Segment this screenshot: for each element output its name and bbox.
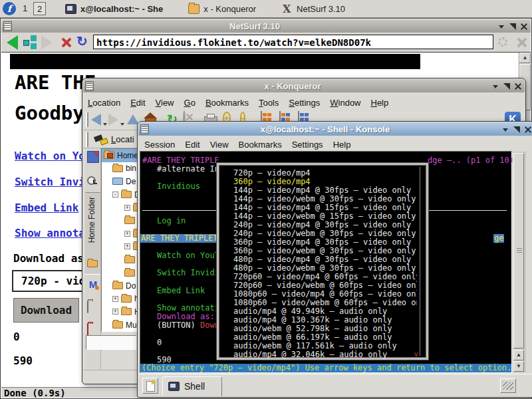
history-icon[interactable]: [23, 36, 37, 49]
workspace-button[interactable]: 1: [19, 2, 31, 15]
menu-item[interactable]: Go: [184, 98, 196, 108]
maximize-button[interactable]: [511, 124, 521, 134]
tree-expander[interactable]: [124, 231, 130, 237]
menu-item[interactable]: Help: [333, 140, 351, 150]
shade-button[interactable]: [500, 124, 510, 134]
maximize-button[interactable]: [507, 21, 517, 31]
tree-expander[interactable]: [124, 243, 130, 249]
shell-tab[interactable]: Shell: [162, 376, 222, 396]
bookmarks-tab-icon[interactable]: [87, 151, 99, 163]
menu-item[interactable]: Window: [330, 98, 360, 108]
clear-location-icon[interactable]: [94, 134, 107, 146]
menu-item[interactable]: Bookmarks: [205, 98, 249, 108]
stop-button[interactable]: [60, 37, 72, 49]
reload-button[interactable]: ↻: [76, 33, 88, 49]
menu-item[interactable]: Bookmarks: [239, 140, 282, 150]
download-button[interactable]: Download: [13, 298, 79, 323]
format-option[interactable]: 360p — video/mp4: [233, 178, 417, 186]
scrollbar-thumb[interactable]: [513, 153, 524, 348]
clear-icon[interactable]: [515, 37, 527, 49]
menu-item[interactable]: View: [210, 140, 229, 150]
back-button[interactable]: [7, 35, 18, 50]
format-option[interactable]: audio/mp4 @ 32.046k — audio only: [233, 350, 417, 359]
netsurf-titlebar[interactable]: NetSurf 3.10: [1, 19, 531, 33]
new-session-button[interactable]: [142, 378, 158, 394]
network-tab-icon[interactable]: [87, 324, 99, 336]
tree-expander[interactable]: [112, 192, 118, 198]
format-option[interactable]: 720p60 — video/mp4 @ 60fps — video only: [233, 273, 417, 281]
shade-button[interactable]: [490, 81, 500, 91]
window-menu-icon[interactable]: [140, 124, 149, 134]
taskbar-window-button[interactable]: x@localhost:~ - She: [61, 1, 172, 17]
format-option[interactable]: 720p — video/mp4: [233, 169, 417, 178]
format-option[interactable]: 480p — video/webm @ 30fps — video only: [233, 264, 417, 273]
format-option[interactable]: 144p — video/webm @ 15fps — video only: [233, 212, 417, 221]
konsole-scrollbar[interactable]: ▲ ▼: [513, 152, 526, 372]
format-option[interactable]: 144p — video/mp4 @ 15fps — video only: [233, 203, 417, 212]
menu-item[interactable]: Edit: [130, 98, 145, 108]
format-option[interactable]: 144p — video/webm @ 30fps — video only: [233, 195, 417, 203]
embed-link[interactable]: Embed Link: [15, 201, 78, 214]
shade-button[interactable]: [496, 21, 506, 31]
menu-item[interactable]: Session: [144, 140, 175, 150]
toolbar-handle[interactable]: [86, 132, 88, 147]
window-menu-icon[interactable]: [85, 81, 94, 91]
menu-item[interactable]: Settings: [292, 140, 323, 150]
forward-button[interactable]: [41, 35, 53, 50]
scroll-up-icon[interactable]: ▲: [519, 53, 531, 63]
terminal[interactable]: #ARE THEY TRIPLE dge —.. (p1 of 10) #alt…: [140, 152, 511, 372]
toolbar-handle[interactable]: [86, 112, 88, 127]
format-option[interactable]: 1080p60 — video/webm @ 60fps — video onl…: [233, 299, 417, 307]
resize-grip[interactable]: [500, 378, 516, 393]
close-button[interactable]: [523, 124, 532, 134]
menu-item[interactable]: Tools: [259, 98, 279, 108]
lynx-active-link-fragment[interactable]: ge: [493, 234, 504, 243]
scroll-up-icon[interactable]: ▲: [513, 350, 524, 360]
format-option[interactable]: audio/webm @ 66.197k — audio only: [233, 333, 417, 342]
format-option[interactable]: 240p — video/webm @ 30fps — video only: [233, 229, 417, 238]
close-button[interactable]: [519, 21, 529, 31]
tree-expander[interactable]: [112, 309, 118, 315]
format-option[interactable]: audio/webm @ 52.798k — audio only: [233, 325, 417, 333]
lynx-login-link[interactable]: Log in: [157, 217, 186, 225]
format-option[interactable]: 720p60 — video/webm @ 60fps — video only: [233, 281, 417, 290]
format-option[interactable]: 1080p60 — video/mp4 @ 60fps — video only: [233, 290, 417, 299]
format-option[interactable]: audio/webm @ 117.561k — audio only: [233, 342, 417, 350]
menu-item[interactable]: View: [156, 98, 174, 108]
lynx-brand-link[interactable]: Invidious: [157, 182, 200, 191]
format-option[interactable]: 480p — video/mp4 @ 30fps — video only: [233, 255, 417, 264]
taskbar-window-button[interactable]: NetSurf 3.10: [277, 1, 354, 17]
forward-button[interactable]: [108, 112, 124, 128]
desktop: NetSurf 3.10 ↻ https://invidious.flokine…: [0, 0, 532, 399]
tree-expander[interactable]: [124, 205, 130, 211]
window-menu-icon[interactable]: [3, 21, 12, 31]
format-option[interactable]: 360p — video/mp4 @ 30fps — video only: [233, 238, 417, 247]
format-option[interactable]: audio/mp4 @ 49.949k — audio only: [233, 307, 417, 316]
format-option[interactable]: audio/mp4 @ 130.367k — audio only: [233, 316, 417, 325]
menu-item[interactable]: Settings: [289, 98, 320, 108]
format-option[interactable]: 360p — video/webm @ 30fps — video only: [233, 247, 417, 255]
maximize-button[interactable]: [501, 81, 511, 91]
taskbar-window-button[interactable]: x - Konqueror: [184, 1, 265, 17]
menu-logo-icon[interactable]: f: [3, 2, 16, 15]
lynx-active-link[interactable]: ARE THEY TRIPLET: [140, 234, 219, 243]
lynx-switch-link[interactable]: Switch Invidi: [157, 269, 219, 277]
konqueror-titlebar[interactable]: x - Konqueror: [83, 79, 525, 92]
scroll-down-icon[interactable]: ▼: [513, 361, 524, 372]
lynx-watch-link[interactable]: Watch on YouT: [157, 251, 219, 260]
history-tab-icon[interactable]: [87, 176, 96, 185]
workspace-button[interactable]: 2: [33, 2, 46, 15]
lynx-embed-link[interactable]: Embed Link: [157, 287, 205, 295]
services-tab-icon[interactable]: M: [87, 279, 99, 291]
back-button[interactable]: [91, 112, 107, 128]
konsole-titlebar[interactable]: x@localhost:~ - Shell - Konsole: [138, 122, 532, 136]
menu-item[interactable]: Edit: [185, 140, 200, 150]
menu-item[interactable]: Help: [371, 98, 389, 108]
menu-item[interactable]: Location: [88, 98, 120, 108]
close-button[interactable]: [513, 81, 523, 91]
root-folder-tab-icon[interactable]: [87, 301, 99, 313]
format-option[interactable]: 144p — video/mp4 @ 30fps — video only: [233, 186, 417, 195]
format-option[interactable]: 240p — video/mp4 @ 30fps — video only: [233, 221, 417, 229]
tree-expander[interactable]: [112, 296, 118, 302]
url-input[interactable]: https://invidious.flokinet.to/watch?v=el…: [93, 35, 493, 49]
